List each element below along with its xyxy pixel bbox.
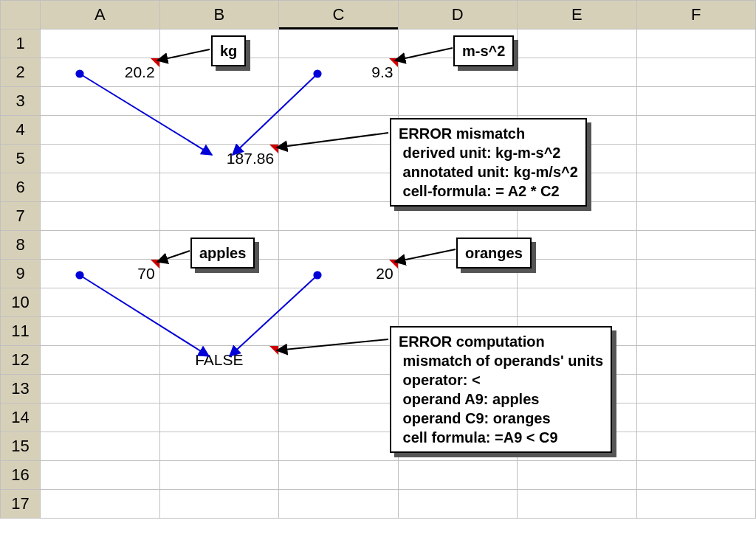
cell-F2[interactable] bbox=[636, 58, 756, 87]
cell-B6[interactable] bbox=[159, 173, 278, 202]
cell-E17[interactable] bbox=[518, 490, 636, 519]
cell-E3[interactable] bbox=[518, 87, 636, 116]
cell-A8[interactable] bbox=[41, 231, 159, 260]
spreadsheet-grid[interactable]: A B C D E F 1 2 20.2 9.3 3 4 5 187.86 6 … bbox=[0, 0, 756, 519]
cell-F17[interactable] bbox=[636, 490, 756, 519]
cell-F12[interactable] bbox=[636, 346, 756, 375]
cell-C8[interactable] bbox=[279, 231, 398, 260]
cell-E10[interactable] bbox=[518, 288, 636, 317]
row-header-13[interactable]: 13 bbox=[1, 375, 41, 403]
cell-C12[interactable] bbox=[279, 346, 398, 375]
cell-C17[interactable] bbox=[279, 490, 398, 519]
cell-C15[interactable] bbox=[279, 432, 398, 461]
cell-A5[interactable] bbox=[41, 145, 159, 173]
comment-indicator-icon[interactable] bbox=[151, 58, 159, 67]
cell-A16[interactable] bbox=[41, 461, 159, 490]
cell-F9[interactable] bbox=[636, 260, 756, 288]
cell-C10[interactable] bbox=[279, 288, 398, 317]
cell-A10[interactable] bbox=[41, 288, 159, 317]
col-header-A[interactable]: A bbox=[41, 1, 159, 30]
cell-C7[interactable] bbox=[279, 202, 398, 231]
cell-A12[interactable] bbox=[41, 346, 159, 375]
comment-indicator-icon[interactable] bbox=[151, 260, 159, 268]
cell-A1[interactable] bbox=[41, 30, 159, 58]
cell-A15[interactable] bbox=[41, 432, 159, 461]
row-header-11[interactable]: 11 bbox=[1, 317, 41, 346]
cell-F11[interactable] bbox=[636, 317, 756, 346]
cell-B15[interactable] bbox=[159, 432, 278, 461]
cell-A9[interactable]: 70 bbox=[41, 260, 159, 288]
col-header-C[interactable]: C bbox=[279, 1, 398, 30]
cell-D10[interactable] bbox=[398, 288, 517, 317]
row-header-3[interactable]: 3 bbox=[1, 87, 41, 116]
row-header-1[interactable]: 1 bbox=[1, 30, 41, 58]
cell-A14[interactable] bbox=[41, 403, 159, 432]
col-header-B[interactable]: B bbox=[159, 1, 278, 30]
cell-C5[interactable] bbox=[279, 145, 398, 173]
cell-B16[interactable] bbox=[159, 461, 278, 490]
row-header-8[interactable]: 8 bbox=[1, 231, 41, 260]
cell-B10[interactable] bbox=[159, 288, 278, 317]
cell-A7[interactable] bbox=[41, 202, 159, 231]
row-header-14[interactable]: 14 bbox=[1, 403, 41, 432]
cell-A13[interactable] bbox=[41, 375, 159, 403]
cell-B17[interactable] bbox=[159, 490, 278, 519]
cell-B12[interactable]: FALSE bbox=[159, 346, 278, 375]
cell-F4[interactable] bbox=[636, 116, 756, 145]
cell-B14[interactable] bbox=[159, 403, 278, 432]
cell-C13[interactable] bbox=[279, 375, 398, 403]
cell-C16[interactable] bbox=[279, 461, 398, 490]
cell-C9[interactable]: 20 bbox=[279, 260, 398, 288]
cell-B7[interactable] bbox=[159, 202, 278, 231]
comment-indicator-icon[interactable] bbox=[269, 145, 278, 153]
cell-A3[interactable] bbox=[41, 87, 159, 116]
row-header-4[interactable]: 4 bbox=[1, 116, 41, 145]
cell-A6[interactable] bbox=[41, 173, 159, 202]
comment-indicator-icon[interactable] bbox=[389, 58, 398, 67]
cell-B13[interactable] bbox=[159, 375, 278, 403]
cell-F13[interactable] bbox=[636, 375, 756, 403]
comment-indicator-icon[interactable] bbox=[389, 260, 398, 268]
cell-C11[interactable] bbox=[279, 317, 398, 346]
cell-E9[interactable] bbox=[518, 260, 636, 288]
select-all-corner[interactable] bbox=[1, 1, 41, 30]
cell-D16[interactable] bbox=[398, 461, 517, 490]
cell-F5[interactable] bbox=[636, 145, 756, 173]
cell-F16[interactable] bbox=[636, 461, 756, 490]
row-header-15[interactable]: 15 bbox=[1, 432, 41, 461]
row-header-2[interactable]: 2 bbox=[1, 58, 41, 87]
row-header-5[interactable]: 5 bbox=[1, 145, 41, 173]
row-header-9[interactable]: 9 bbox=[1, 260, 41, 288]
row-header-16[interactable]: 16 bbox=[1, 461, 41, 490]
cell-C2[interactable]: 9.3 bbox=[279, 58, 398, 87]
cell-D17[interactable] bbox=[398, 490, 517, 519]
cell-A17[interactable] bbox=[41, 490, 159, 519]
cell-B4[interactable] bbox=[159, 116, 278, 145]
cell-C14[interactable] bbox=[279, 403, 398, 432]
row-header-7[interactable]: 7 bbox=[1, 202, 41, 231]
row-header-12[interactable]: 12 bbox=[1, 346, 41, 375]
cell-C6[interactable] bbox=[279, 173, 398, 202]
cell-C4[interactable] bbox=[279, 116, 398, 145]
cell-E16[interactable] bbox=[518, 461, 636, 490]
cell-A2[interactable]: 20.2 bbox=[41, 58, 159, 87]
cell-F15[interactable] bbox=[636, 432, 756, 461]
cell-F7[interactable] bbox=[636, 202, 756, 231]
cell-F10[interactable] bbox=[636, 288, 756, 317]
cell-E1[interactable] bbox=[518, 30, 636, 58]
cell-C3[interactable] bbox=[279, 87, 398, 116]
col-header-D[interactable]: D bbox=[398, 1, 517, 30]
cell-D3[interactable] bbox=[398, 87, 517, 116]
cell-A4[interactable] bbox=[41, 116, 159, 145]
cell-E2[interactable] bbox=[518, 58, 636, 87]
cell-B11[interactable] bbox=[159, 317, 278, 346]
row-header-17[interactable]: 17 bbox=[1, 490, 41, 519]
cell-A11[interactable] bbox=[41, 317, 159, 346]
cell-B3[interactable] bbox=[159, 87, 278, 116]
comment-indicator-icon[interactable] bbox=[269, 346, 278, 355]
cell-C1[interactable] bbox=[279, 30, 398, 58]
cell-F3[interactable] bbox=[636, 87, 756, 116]
cell-F6[interactable] bbox=[636, 173, 756, 202]
cell-B5[interactable]: 187.86 bbox=[159, 145, 278, 173]
col-header-E[interactable]: E bbox=[518, 1, 636, 30]
